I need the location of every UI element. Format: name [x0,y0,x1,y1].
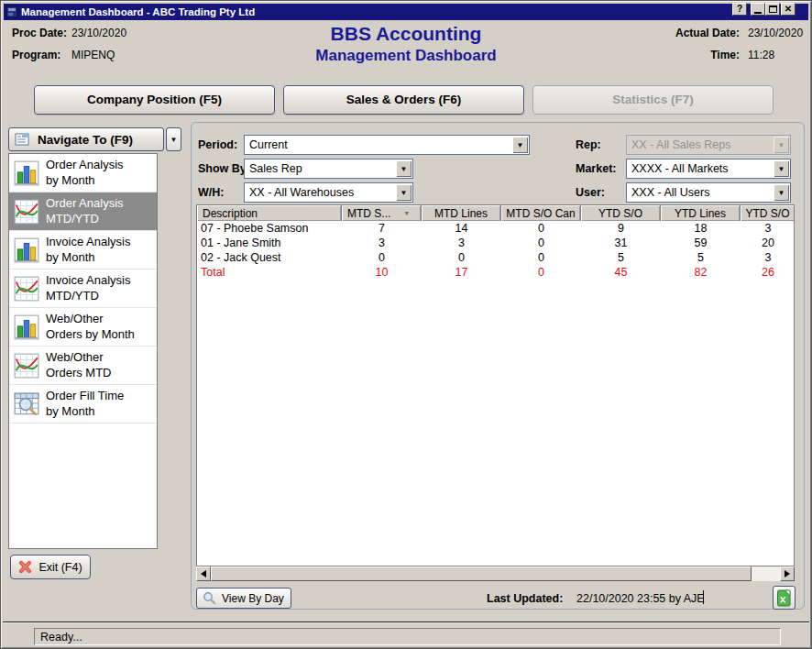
table-cell: 45 [581,265,661,280]
sidebar-item[interactable]: Web/OtherOrders by Month [9,308,157,346]
sidebar-item-label: Invoice AnalysisMTD/YTD [46,273,131,304]
period-select[interactable]: Current ▼ [244,135,530,155]
table-cell: 0 [501,236,581,250]
sidebar-item[interactable]: Order Fill Timeby Month [9,385,157,424]
exit-button[interactable]: Exit (F4) [10,555,91,579]
chevron-down-icon[interactable]: ▼ [512,137,528,153]
view-by-day-label: View By Day [222,592,284,605]
sidebar-item-label: Web/OtherOrders by Month [46,312,135,343]
help-button[interactable]: ? [732,3,747,16]
table-cell: 07 - Phoebe Samson [197,221,342,236]
sidebar-item-label: Web/OtherOrders MTD [46,350,112,381]
sidebar-item-label: Order AnalysisMTD/YTD [46,196,124,227]
table-cell: 3 [422,236,501,250]
sidebar-item[interactable]: Order AnalysisMTD/YTD [9,192,157,231]
column-header[interactable]: MTD S...▼ [342,205,422,221]
rep-value: XX - All Sales Reps [631,138,730,151]
export-excel-button[interactable] [773,586,796,610]
table-cell: 0 [422,250,501,265]
app-subtitle: Management Dashboard [1,47,811,65]
view-by-day-button[interactable]: View By Day [196,588,291,609]
column-header[interactable]: MTD S/O Can [501,205,581,221]
table-total-row[interactable]: Total10170458226 [197,265,794,280]
column-header[interactable]: YTD S/O [581,205,661,221]
navigate-dropdown-button[interactable]: ▼ [166,127,181,151]
table-cell: 0 [501,265,581,280]
sidebar-item[interactable]: Web/OtherOrders MTD [9,346,157,385]
sidebar-item[interactable]: Invoice Analysisby Month [9,231,157,270]
table-cell: 3 [741,250,795,265]
scrollbar-thumb[interactable] [211,566,752,581]
magnifier-icon [203,591,216,605]
bar-chart-icon [13,236,40,264]
maximize-button[interactable] [765,3,780,16]
user-select[interactable]: XXX - All Users ▼ [626,182,791,203]
minimize-button[interactable] [751,3,765,16]
table-cell: 3 [342,236,422,250]
status-divider [3,622,809,623]
horizontal-scrollbar[interactable] [196,566,795,581]
status-bar: Ready... [34,628,781,645]
market-value: XXXX - All Markets [631,162,729,175]
sales-orders-button[interactable]: Sales & Orders (F6) [283,85,524,115]
close-button[interactable]: ✕ [781,3,796,16]
last-updated-label: Last Updated: [487,592,563,605]
table-cell: 0 [342,250,422,265]
column-header[interactable]: Description [197,205,342,221]
actual-date-value: 23/10/2020 [748,27,803,39]
bar-chart-icon [13,314,40,341]
time-value: 11:28 [748,49,774,61]
chevron-down-icon: ▼ [170,136,178,144]
rep-label: Rep: [576,138,601,151]
period-label: Period: [198,138,237,151]
line-chart-icon [13,352,40,380]
navigate-to-button[interactable]: Navigate To (F9) [8,127,164,151]
scroll-left-button[interactable] [196,566,211,581]
table-cell: 01 - Jane Smith [197,236,342,250]
table-row[interactable]: 07 - Phoebe Samson71409183 [197,221,794,236]
app-icon [5,6,18,18]
table-cell: 59 [661,236,741,250]
bar-chart-icon [13,160,40,187]
help-icon: ? [737,5,742,14]
sidebar-item-label: Order Fill Timeby Month [46,389,124,420]
sort-arrow-icon: ▼ [403,210,410,216]
column-header-label: MTD S... [347,207,390,220]
chevron-down-icon[interactable]: ▼ [396,184,411,201]
rep-select: XX - All Sales Reps ▼ [626,135,791,155]
column-header-label: MTD Lines [434,207,488,220]
minimize-icon [754,12,762,14]
column-header[interactable]: MTD Lines [422,205,501,221]
chevron-down-icon[interactable]: ▼ [774,160,789,177]
column-header[interactable]: YTD Lines [661,205,741,221]
table-cell: 82 [661,265,741,280]
chevron-down-icon[interactable]: ▼ [774,184,789,201]
sidebar-item-label: Invoice Analysisby Month [46,235,131,266]
table-cell: 9 [581,221,661,236]
table-cell: 14 [422,221,501,236]
table-row[interactable]: 01 - Jane Smith330315920 [197,236,794,250]
company-position-button[interactable]: Company Position (F5) [34,85,275,115]
arrow-right-icon [785,570,790,578]
warehouse-value: XX - All Warehouses [249,186,354,199]
market-select[interactable]: XXXX - All Markets ▼ [626,159,791,179]
table-header-row: DescriptionMTD S...▼MTD LinesMTD S/O Can… [197,205,794,221]
sidebar-item-label: Order Analysisby Month [46,158,124,189]
show-by-select[interactable]: Sales Rep ▼ [244,159,413,179]
scroll-right-button[interactable] [780,566,795,581]
warehouse-select[interactable]: XX - All Warehouses ▼ [244,182,413,203]
chevron-down-icon[interactable]: ▼ [396,160,411,177]
form-icon [14,131,30,148]
column-header[interactable]: YTD S/O [741,205,795,221]
sidebar-item[interactable]: Order Analysisby Month [9,154,157,192]
table-cell: 7 [342,221,422,236]
table-row[interactable]: 02 - Jack Quest000553 [197,250,794,265]
statistics-button: Statistics (F7) [532,85,774,115]
actual-date-label: Actual Date: [675,27,740,39]
sidebar-item[interactable]: Invoice AnalysisMTD/YTD [9,270,157,308]
navigate-to-label: Navigate To (F9) [38,133,133,147]
user-value: XXX - All Users [631,186,709,199]
user-label: User: [576,186,605,199]
last-updated-value: 22/10/2020 23:55 by AJE [576,592,705,605]
navigate-list: Order Analysisby MonthOrder AnalysisMTD/… [8,153,158,549]
